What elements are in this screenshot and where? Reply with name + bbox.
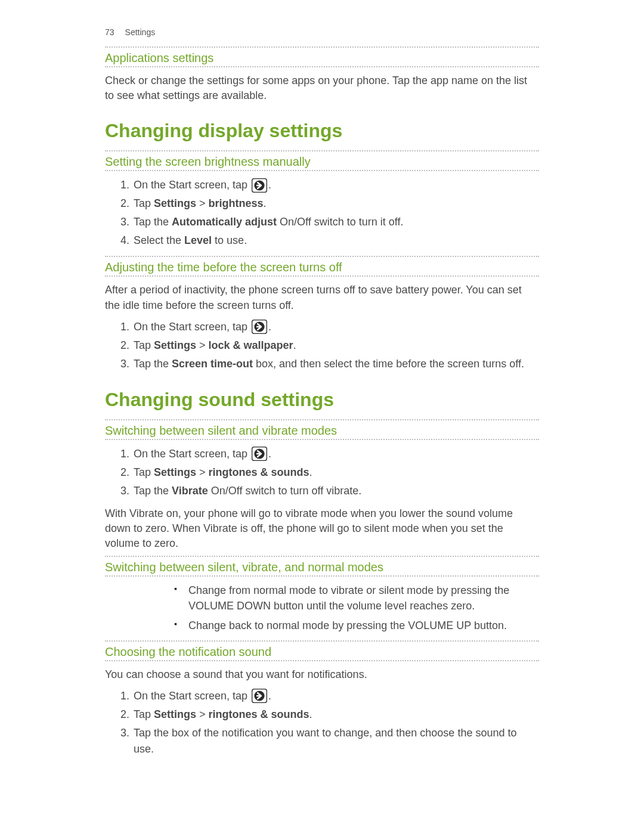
divider [105,575,539,577]
page-header: 73 Settings [105,27,539,37]
subsection-brightness: Setting the screen brightness manually O… [105,150,539,249]
breadcrumb-section: Settings [125,27,156,37]
step-text-pre: On the Start screen, tap [134,321,250,333]
step: Tap Settings > ringtones & sounds. [132,707,539,723]
subheading-silent-vibrate-normal: Switching between silent, vibrate, and n… [105,557,539,575]
bullet-list: Change from normal mode to vibrate or si… [105,583,539,633]
step: Tap Settings > lock & wallpaper. [132,337,539,354]
step-text-pre: On the Start screen, tap [134,448,250,460]
arrow-circle-icon [252,689,267,703]
step: Tap the box of the notification you want… [132,725,539,757]
subsection-timeout: Adjusting the time before the screen tur… [105,256,539,371]
divider [105,66,539,67]
steps-list: On the Start screen, tap . Tap Settings … [105,446,539,499]
subsection-notification-sound: Choosing the notification sound You can … [105,640,539,757]
step: Tap Settings > ringtones & sounds. [132,465,539,481]
step: Tap Settings > brightness. [132,196,539,212]
subheading-timeout: Adjusting the time before the screen tur… [105,257,539,275]
arrow-circle-icon [252,447,267,461]
subheading-silent-vibrate: Switching between silent and vibrate mod… [105,420,539,439]
divider [105,275,539,277]
steps-list: On the Start screen, tap . Tap Settings … [105,319,539,372]
paragraph: Check or change the settings for some ap… [105,73,539,103]
paragraph: After a period of inactivity, the phone … [105,283,539,312]
steps-list: On the Start screen, tap . Tap Settings … [105,688,539,757]
step-text-post: . [268,179,271,191]
bullet-item: Change back to normal mode by pressing t… [188,618,539,633]
paragraph: You can choose a sound that you want for… [105,667,539,682]
divider [105,439,539,440]
divider [105,660,539,661]
step-text-post: . [268,321,271,333]
step: On the Start screen, tap . [132,446,539,462]
page-container: 73 Settings Applications settings Check … [0,0,644,833]
heading-changing-display-settings: Changing display settings [105,120,539,142]
step: Tap the Vibrate On/Off switch to turn of… [132,483,539,499]
subheading-applications-settings: Applications settings [105,48,539,66]
subheading-notification-sound: Choosing the notification sound [105,642,539,660]
paragraph: With Vibrate on, your phone will go to v… [105,506,539,552]
step: On the Start screen, tap . [132,319,539,335]
arrow-circle-icon [252,320,267,334]
step: Tap the Screen time-out box, and then se… [132,356,539,372]
divider [105,170,539,171]
subsection-silent-vibrate: Switching between silent and vibrate mod… [105,419,539,552]
bullet-item: Change from normal mode to vibrate or si… [188,583,539,614]
heading-changing-sound-settings: Changing sound settings [105,389,539,411]
arrow-circle-icon [252,178,267,193]
step: Select the Level to use. [132,233,539,249]
subsection-silent-vibrate-normal: Switching between silent, vibrate, and n… [105,556,539,633]
steps-list: On the Start screen, tap . Tap Settings … [105,177,539,249]
step-text-pre: On the Start screen, tap [134,179,250,191]
subheading-brightness: Setting the screen brightness manually [105,151,539,170]
step-text-post: . [268,448,271,460]
page-number: 73 [105,27,114,37]
step-text-pre: On the Start screen, tap [134,690,250,702]
step-text-post: . [268,690,271,702]
step: Tap the Automatically adjust On/Off swit… [132,214,539,230]
step: On the Start screen, tap . [132,177,539,193]
step: On the Start screen, tap . [132,688,539,704]
